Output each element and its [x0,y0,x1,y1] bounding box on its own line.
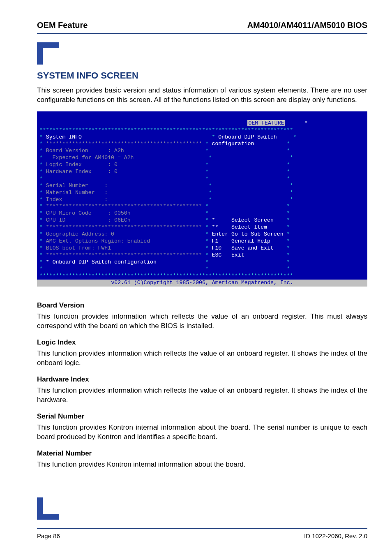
bios-logic-index: Logic Index : 0 [46,162,118,168]
sub-material-number-h: Material Number [37,449,367,458]
bios-help1: Onboard DIP Switch [218,134,277,140]
sub-serial-number-h: Serial Number [37,412,367,421]
bios-cpu-id: CPU ID : 06ECh [46,217,131,223]
bios-section-title: System INFO [46,134,82,140]
bios-cpu-micro: CPU Micro Code : 0050h [46,210,131,216]
bios-footer: v02.61 (C)Copyright 1985-2006, American … [37,280,367,287]
page-title: SYSTEM INFO SCREEN [37,70,367,81]
header-rule [37,33,367,34]
header-left: OEM Feature [37,21,88,30]
bios-index: Index : [46,197,108,203]
header-right: AM4010/AM4011/AM5010 BIOS [247,21,367,30]
sub-logic-index-p: This function provides information which… [37,349,367,368]
bios-screenshot: OEM FEATURE * **************************… [37,111,367,287]
page-header: OEM Feature AM4010/AM4011/AM5010 BIOS [37,21,367,30]
bios-nav-f10: Save and Exit [231,245,274,251]
footer-left: Page 86 [37,532,60,539]
bios-material: Material Number : [46,190,108,196]
sub-logic-index-h: Logic Index [37,338,367,347]
sub-hardware-index-h: Hardware Index [37,375,367,384]
bios-amc: AMC Ext. Options Region: Enabled [46,238,150,244]
bios-nav-esc: Exit [231,252,244,258]
bios-geo: Geographic Address: 0 [46,231,114,237]
sub-hardware-index-p: This function provides information which… [37,386,367,405]
bios-hardware-index: Hardware Index : 0 [46,169,118,175]
bios-serial: Serial Number : [46,183,108,189]
footer-right: ID 1022-2060, Rev. 2.0 [304,532,367,539]
bios-help2: configuration [212,141,254,147]
sub-serial-number-p: This function provides Kontron internal … [37,423,367,442]
bios-nav-enter: Go to Sub Screen [231,231,284,237]
corner-logo-icon [37,42,59,65]
footer-corner-icon [37,497,59,520]
bios-nav-f1: General Help [231,238,270,244]
footer-rule [37,528,367,529]
sub-board-version-p: This function provides information which… [37,312,367,331]
bios-board-version: Board Version : A2h [46,148,124,154]
page-footer: Page 86 ID 1022-2060, Rev. 2.0 [37,532,367,539]
bios-nav-selitem: Select Item [231,224,267,230]
sub-material-number-p: This function provides Kontron internal … [37,460,367,469]
bios-dip-sub: * Onboard DIP Switch configuration [46,259,157,265]
sub-board-version-h: Board Version [37,301,367,310]
bios-boot: BIOS boot from: FWH1 [46,245,111,251]
bios-expected: Expected for AM4010 = A2h [46,155,134,161]
intro-paragraph: This screen provides basic version and s… [37,86,367,105]
bios-nav-selscreen: Select Screen [231,217,274,223]
bios-tag: OEM FEATURE [247,120,285,126]
